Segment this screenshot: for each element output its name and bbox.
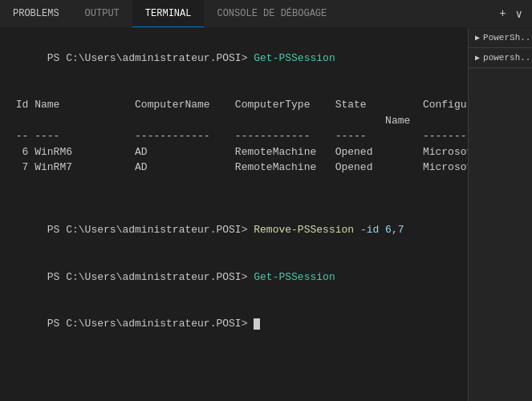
tab-bar: PROBLEMS OUTPUT TERMINAL CONSOLE DE DÉBO…	[0, 0, 532, 28]
terminal-line-6: 6 WinRM6 AD RemoteMachine Opened Microso…	[10, 144, 458, 160]
tab-problems[interactable]: PROBLEMS	[0, 0, 72, 27]
powershell-panel-2[interactable]: ▶ powersh...	[469, 48, 532, 68]
tab-problems-label: PROBLEMS	[13, 8, 59, 19]
prompt-2: PS C:\Users\administrateur.POSI>	[47, 224, 254, 236]
add-terminal-button[interactable]: +	[496, 4, 509, 23]
chevron-down-icon[interactable]: ∨	[513, 4, 526, 24]
cmd-2: Get-PSSession	[254, 271, 335, 283]
tab-terminal-label: TERMINAL	[145, 8, 192, 19]
main-area: PS C:\Users\administrateur.POSI> Get-PSS…	[0, 28, 532, 401]
prompt-4: PS C:\Users\administrateur.POSI>	[47, 318, 254, 330]
terminal-line-8	[10, 176, 458, 192]
tab-terminal[interactable]: TERMINAL	[132, 0, 205, 27]
terminal-line-12: PS C:\Users\administrateur.POSI>	[10, 301, 458, 348]
powershell-label-2: powersh...	[483, 53, 532, 63]
prompt-1: PS C:\Users\administrateur.POSI>	[47, 52, 254, 64]
powershell-label-1: PowerSh...	[483, 33, 532, 43]
cmd-1: Get-PSSession	[254, 52, 335, 64]
terminal-line-10: PS C:\Users\administrateur.POSI> Remove-…	[10, 207, 458, 254]
terminal-line-5: -- ---- ------------ ------------ ----- …	[10, 128, 458, 144]
powershell-icon-2: ▶	[475, 53, 480, 63]
terminal-sidebar: ▶ PowerSh... ▶ powersh...	[468, 28, 532, 401]
terminal-line-7: 7 WinRM7 AD RemoteMachine Opened Microso…	[10, 160, 458, 176]
terminal-line-1: PS C:\Users\administrateur.POSI> Get-PSS…	[10, 34, 458, 82]
terminal-line-11: PS C:\Users\administrateur.POSI> Get-PSS…	[10, 253, 458, 301]
tab-console-label: CONSOLE DE DÉBOGAGE	[217, 8, 327, 19]
tab-actions: + ∨	[496, 4, 532, 24]
tab-output-label: OUTPUT	[85, 8, 120, 19]
terminal-line-2	[10, 82, 458, 98]
powershell-icon-1: ▶	[475, 33, 480, 43]
tab-console[interactable]: CONSOLE DE DÉBOGAGE	[204, 0, 339, 27]
terminal-line-3: Id Name ComputerName ComputerType State …	[10, 97, 458, 113]
cmd-remove: Remove-PSSession	[254, 224, 354, 236]
tab-output[interactable]: OUTPUT	[72, 0, 132, 27]
powershell-panel-1[interactable]: ▶ PowerSh...	[469, 28, 532, 48]
cursor	[254, 318, 260, 330]
prompt-3: PS C:\Users\administrateur.POSI>	[47, 271, 254, 283]
terminal-area[interactable]: PS C:\Users\administrateur.POSI> Get-PSS…	[0, 28, 468, 401]
cmd-param: -id 6,7	[354, 224, 404, 236]
terminal-line-9	[10, 191, 458, 207]
terminal-line-4: Name	[10, 113, 458, 129]
